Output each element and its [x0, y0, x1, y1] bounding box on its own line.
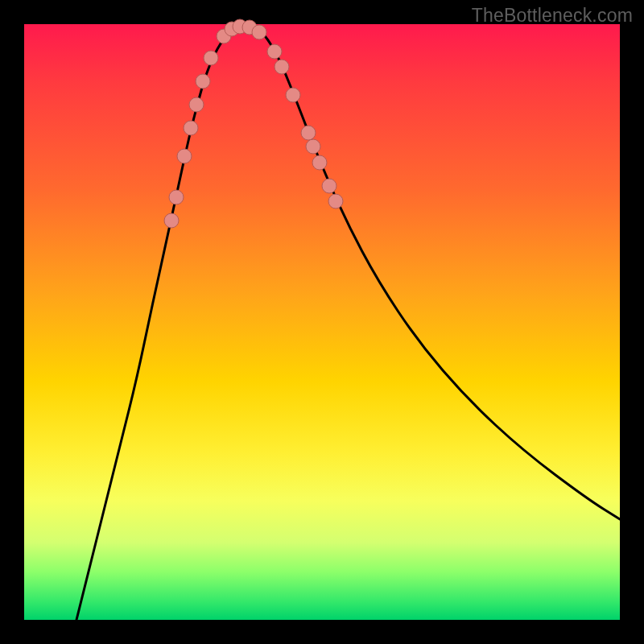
data-dot	[267, 44, 282, 59]
curve-svg	[24, 24, 620, 620]
bottleneck-curve	[76, 27, 620, 621]
data-dot	[306, 139, 320, 154]
watermark-label: TheBottleneck.com	[472, 5, 633, 27]
data-dot	[196, 74, 210, 89]
data-dot	[301, 126, 316, 140]
data-dot	[275, 60, 289, 74]
data-dots	[164, 19, 343, 228]
data-dot	[164, 213, 179, 228]
data-dot	[189, 97, 204, 112]
data-dot	[204, 51, 218, 65]
data-dot	[252, 25, 266, 39]
data-dot	[177, 149, 192, 163]
data-dot	[322, 179, 336, 193]
data-dot	[312, 155, 327, 170]
data-dot	[328, 194, 343, 208]
chart-frame: TheBottleneck.com	[0, 0, 644, 644]
data-dot	[184, 121, 198, 135]
plot-area	[24, 24, 620, 620]
data-dot	[286, 88, 300, 102]
data-dot	[169, 190, 184, 204]
